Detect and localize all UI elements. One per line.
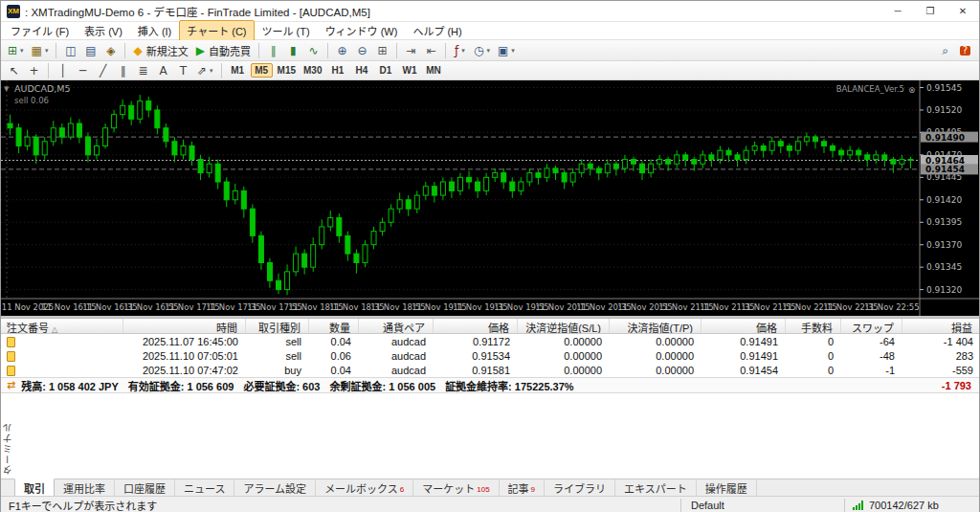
- templates-button[interactable]: ▣▾: [494, 41, 519, 59]
- terminal-close-icon[interactable]: ×: [4, 320, 13, 329]
- close-button[interactable]: ✕: [947, 1, 979, 21]
- minimize-button[interactable]: ─: [881, 1, 914, 21]
- tile-windows-button[interactable]: ⊞: [372, 41, 392, 59]
- market-watch-button[interactable]: ◫: [60, 41, 80, 59]
- timeframe-m15-button[interactable]: M15: [275, 63, 299, 78]
- vertical-line-tool[interactable]: │: [53, 61, 73, 79]
- horizontal-line-tool[interactable]: ─: [73, 61, 93, 79]
- tab-library[interactable]: ライブラリ: [545, 479, 615, 496]
- fibonacci-tool[interactable]: ≣: [133, 61, 153, 79]
- tab-experts[interactable]: エキスパート: [615, 479, 697, 496]
- column-header[interactable]: 決済指値(T/P): [610, 319, 702, 333]
- menu-help[interactable]: ヘルプ (H): [405, 20, 469, 41]
- menu-chart[interactable]: チャート (C): [179, 20, 254, 41]
- timeframe-h4-button[interactable]: H4: [350, 63, 372, 78]
- menu-view[interactable]: 表示 (V): [77, 20, 130, 41]
- candle-body: [129, 105, 134, 119]
- menu-insert[interactable]: 挿入 (I): [130, 20, 179, 41]
- column-header[interactable]: 手数料: [786, 319, 841, 333]
- chart-panel[interactable]: 0.915450.915200.914950.914700.914450.914…: [1, 80, 979, 318]
- timeframe-mn-button[interactable]: MN: [422, 63, 444, 78]
- menu-tools[interactable]: ツール (T): [255, 20, 318, 41]
- status-traffic: 700142/627 kb: [869, 500, 939, 511]
- terminal-tab-bar: 取引運用比率口座履歴ニュースアラーム設定メールボックス6マーケット105記事9ラ…: [1, 479, 979, 496]
- indicators-button[interactable]: ƒ▾: [450, 41, 470, 59]
- tab-history[interactable]: 口座履歴: [115, 479, 175, 496]
- table-row[interactable]: 2025.11.07 16:45:00sell0.04audcad0.91172…: [1, 334, 979, 348]
- column-header[interactable]: 価格: [434, 319, 518, 333]
- table-row[interactable]: 2025.11.10 07:47:02buy0.04audcad0.915810…: [1, 363, 979, 377]
- symbol-cell: audcad: [359, 336, 434, 347]
- timeframe-m5-button[interactable]: M5: [251, 63, 273, 78]
- sort-icon: △: [52, 325, 57, 333]
- auto-scroll-button[interactable]: ⇥: [401, 41, 421, 59]
- zoom-out-button[interactable]: ⊖: [352, 41, 372, 59]
- tab-alerts[interactable]: アラーム設定: [234, 479, 316, 496]
- tab-articles[interactable]: 記事9: [500, 479, 545, 496]
- candlestick-button[interactable]: ▮: [283, 41, 303, 59]
- trendline-tool[interactable]: ╱: [93, 61, 113, 79]
- tab-exposure[interactable]: 運用比率: [55, 479, 115, 496]
- algo-trading-button[interactable]: ▶自動売買: [192, 41, 255, 59]
- candle-body: [311, 245, 316, 267]
- channel-tool[interactable]: ∥: [113, 61, 133, 79]
- column-header[interactable]: 決済逆指値(S/L): [518, 319, 610, 333]
- column-header[interactable]: 取引種別: [246, 319, 309, 333]
- community-button[interactable]: ?: [955, 41, 975, 59]
- tab-journal[interactable]: 操作履歴: [697, 479, 757, 496]
- tab-experts-label: エキスパート: [624, 480, 687, 496]
- column-header[interactable]: 価格: [702, 319, 786, 333]
- volume-cell: 0.06: [309, 350, 359, 362]
- menu-file[interactable]: ファイル (F): [3, 20, 77, 41]
- search-button[interactable]: ⌕: [935, 41, 955, 59]
- tab-news[interactable]: ニュース: [175, 479, 234, 496]
- one-click-collapse-icon: ▼: [4, 85, 10, 93]
- community-icon: ?: [960, 46, 970, 56]
- table-row[interactable]: 2025.11.10 07:05:01sell0.06audcad0.91534…: [1, 348, 979, 363]
- candle-body: [224, 182, 229, 200]
- algo-trading-button-label: 自動売買: [209, 43, 251, 58]
- status-profile[interactable]: Default: [681, 500, 844, 511]
- candle-body: [103, 128, 108, 146]
- cursor-tool[interactable]: ↖: [4, 61, 24, 79]
- column-header[interactable]: スワップ: [841, 319, 902, 333]
- chart-shift-button[interactable]: ⇤: [421, 41, 441, 59]
- label-tool[interactable]: T: [173, 61, 193, 79]
- column-header[interactable]: 通貨ペア: [359, 319, 434, 333]
- navigator-button[interactable]: ◈: [100, 41, 121, 59]
- candle-body: [545, 168, 549, 177]
- candle-body: [484, 177, 489, 190]
- new-chart-button[interactable]: ⊞▾: [4, 41, 28, 59]
- text-tool[interactable]: A: [153, 61, 173, 79]
- shapes-tool[interactable]: ⇗▾: [193, 61, 217, 79]
- column-header[interactable]: 損益: [902, 319, 980, 333]
- column-header[interactable]: 数量: [309, 319, 359, 333]
- tab-market[interactable]: マーケット105: [413, 479, 499, 496]
- bar-chart-button[interactable]: ∥: [263, 41, 283, 59]
- profiles-button[interactable]: ▦▾: [28, 41, 53, 59]
- candle-body: [726, 150, 731, 155]
- zoom-in-button[interactable]: ⊕: [332, 41, 352, 59]
- column-header[interactable]: 時間: [123, 319, 246, 333]
- column-header[interactable]: 注文番号△: [1, 319, 123, 333]
- timeframe-m30-button[interactable]: M30: [301, 63, 324, 78]
- menu-window[interactable]: ウィンドウ (W): [318, 20, 406, 41]
- timeframe-d1-button[interactable]: D1: [374, 63, 396, 78]
- crosshair-tool[interactable]: +: [24, 61, 44, 79]
- timeframe-m1-button[interactable]: M1: [227, 63, 249, 78]
- timeframe-w1-button[interactable]: W1: [398, 63, 420, 78]
- tab-mailbox[interactable]: メールボックス6: [316, 479, 413, 496]
- swap-cell: -48: [841, 350, 902, 362]
- timeframe-h1-button[interactable]: H1: [326, 63, 348, 78]
- candle-body: [735, 155, 740, 160]
- tab-trade[interactable]: 取引: [14, 479, 55, 496]
- line-chart-button[interactable]: ∿: [303, 41, 323, 59]
- time-tick-label: 11 Nov 22:55: [864, 302, 919, 312]
- data-window-button[interactable]: ▤: [80, 41, 100, 59]
- new-order-button[interactable]: ◆新規注文: [129, 41, 191, 59]
- candle-body: [380, 222, 385, 231]
- maximize-button[interactable]: ❐: [914, 1, 947, 21]
- period-menu-button[interactable]: ◷▾: [470, 41, 494, 59]
- chart-background: [1, 80, 979, 316]
- cursor-icon: ↖: [9, 65, 18, 77]
